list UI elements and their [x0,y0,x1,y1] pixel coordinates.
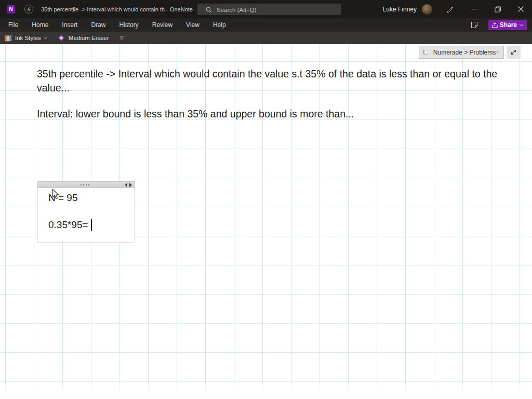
note-paragraph-2[interactable]: Interval: lower bound is less than 35% a… [37,107,508,121]
menu-view[interactable]: View [179,18,206,32]
notebook-icon [423,48,429,56]
page-picker-chevron-icon [496,50,499,54]
onenote-logo-letter: N [9,6,12,12]
share-label: Share [500,21,517,29]
menu-draw[interactable]: Draw [84,18,112,32]
resize-left-arrow-icon[interactable] [125,183,127,187]
mouse-cursor [52,189,60,200]
ink-styles-icon [4,34,12,42]
minimize-button[interactable] [463,0,486,18]
search-icon [206,7,212,13]
eraser-label: Medium Eraser [69,35,109,41]
menu-help[interactable]: Help [206,18,233,32]
share-button[interactable]: Share [488,20,527,30]
search-input[interactable] [217,7,321,13]
back-icon[interactable] [24,5,33,14]
canvas-bottom-fade [0,379,532,399]
onenote-app-icon[interactable]: N [7,5,15,14]
drag-grip-icon[interactable] [81,184,89,185]
menu-file[interactable]: File [0,18,25,32]
ribbon: Ink Styles Medium Eraser [0,32,532,44]
page-picker-dropdown[interactable]: Numerade > Problems [419,46,504,59]
medium-eraser-button[interactable]: Medium Eraser [58,34,109,42]
ink-styles-label: Ink Styles [15,35,41,41]
menu-review[interactable]: Review [145,18,179,32]
note-paragraph-1[interactable]: 35th percentile -> Interval which would … [37,67,508,95]
text-insertion-caret [91,219,92,231]
expand-page-list-button[interactable] [507,46,521,59]
expand-diagonal-arrow-icon [510,49,517,56]
menu-insert[interactable]: Insert [55,18,84,32]
restore-button[interactable] [486,0,509,18]
menu-home[interactable]: Home [25,18,55,32]
note-container-header[interactable] [37,181,135,188]
user-name[interactable]: Luke Finney [383,6,417,13]
user-avatar[interactable] [422,4,432,15]
titlebar: N 35th percentile -> Interval which woul… [0,0,532,18]
ink-styles-button[interactable]: Ink Styles [4,34,47,42]
sticky-note-icon[interactable] [468,19,481,31]
share-icon [492,22,498,28]
eraser-icon [58,34,65,42]
page-picker-label: Numerade > Problems [433,49,496,56]
share-dropdown-caret-icon [520,24,523,26]
draw-pen-icon[interactable] [442,0,457,18]
menu-history[interactable]: History [112,18,145,32]
pen-options-flyout-icon[interactable] [119,36,124,40]
menubar: File Home Insert Draw History Review Vie… [0,18,532,32]
search-box[interactable] [197,4,341,15]
resize-right-arrow-icon[interactable] [129,183,132,187]
note-text-line-2[interactable]: 0.35*95= [48,219,88,231]
ink-styles-caret-icon [44,37,47,39]
window-title: 35th percentile -> Interval which would … [41,6,193,12]
close-button[interactable] [509,0,532,18]
page-canvas[interactable]: Numerade > Problems 35th percentile -> I… [0,44,532,399]
note-container[interactable]: N = 95 0.35*95= [37,181,135,243]
